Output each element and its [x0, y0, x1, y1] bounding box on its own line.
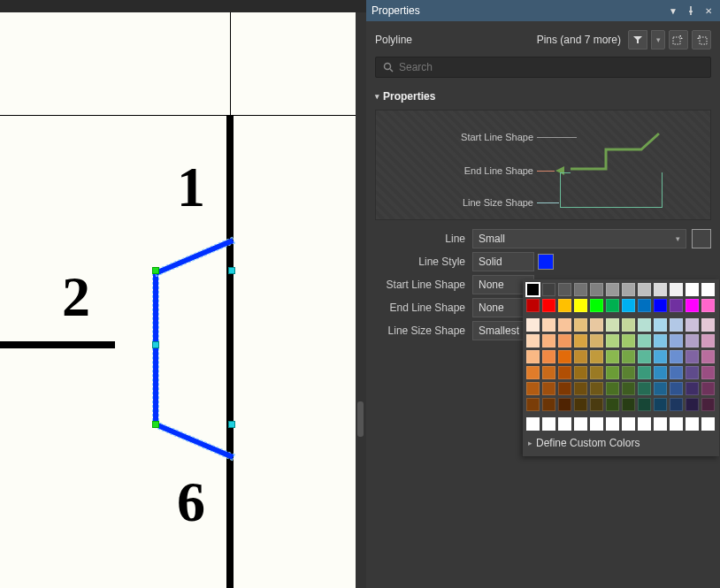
color-cell[interactable] [622, 350, 635, 363]
color-cell[interactable] [574, 334, 587, 347]
color-cell[interactable] [542, 398, 555, 411]
color-cell[interactable] [526, 299, 540, 312]
color-cell[interactable] [670, 382, 683, 395]
color-cell[interactable] [590, 417, 603, 431]
color-cell[interactable] [622, 299, 635, 312]
color-cell[interactable] [526, 283, 540, 296]
color-cell[interactable] [622, 382, 635, 395]
color-cell[interactable] [622, 398, 635, 411]
color-cell[interactable] [606, 283, 619, 296]
color-cell[interactable] [686, 283, 699, 296]
color-cell[interactable] [574, 398, 587, 411]
color-cell[interactable] [670, 398, 683, 411]
color-cell[interactable] [590, 382, 603, 395]
filter-dropdown[interactable]: ▾ [651, 30, 665, 50]
color-cell[interactable] [526, 417, 540, 431]
color-cell[interactable] [701, 366, 715, 379]
color-cell[interactable] [638, 382, 651, 395]
define-custom-colors[interactable]: ▸Define Custom Colors [526, 433, 716, 449]
color-cell[interactable] [638, 318, 651, 332]
color-cell[interactable] [590, 350, 603, 363]
color-cell[interactable] [606, 398, 619, 411]
color-cell[interactable] [590, 318, 603, 332]
color-cell[interactable] [670, 334, 683, 347]
color-cell[interactable] [638, 398, 651, 411]
color-cell[interactable] [574, 318, 587, 332]
color-cell[interactable] [590, 283, 603, 296]
canvas[interactable]: 1 2 6 [0, 0, 366, 588]
color-cell[interactable] [622, 318, 635, 332]
color-cell[interactable] [590, 398, 603, 411]
color-cell[interactable] [606, 366, 619, 379]
color-cell[interactable] [654, 417, 667, 431]
midpoint-handle[interactable] [152, 341, 159, 348]
color-cell[interactable] [701, 398, 715, 411]
color-cell[interactable] [526, 366, 540, 379]
color-cell[interactable] [558, 417, 571, 431]
color-cell[interactable] [686, 366, 699, 379]
color-cell[interactable] [558, 382, 571, 395]
search-box[interactable] [375, 57, 711, 78]
color-cell[interactable] [622, 334, 635, 347]
color-cell[interactable] [670, 350, 683, 363]
line-style-dropdown[interactable]: Solid [472, 252, 534, 271]
color-cell[interactable] [606, 417, 619, 431]
color-cell[interactable] [574, 283, 587, 296]
select-mode-button-2[interactable] [692, 30, 711, 50]
color-cell[interactable] [686, 398, 699, 411]
color-picker-popup[interactable]: ▸Define Custom Colors [523, 279, 719, 456]
color-cell[interactable] [701, 417, 715, 431]
color-cell[interactable] [574, 350, 587, 363]
color-cell[interactable] [654, 299, 667, 312]
color-cell[interactable] [638, 350, 651, 363]
color-cell[interactable] [574, 366, 587, 379]
color-cell[interactable] [638, 334, 651, 347]
color-cell[interactable] [542, 382, 555, 395]
search-input[interactable] [399, 61, 703, 73]
line-dropdown[interactable]: Small▾ [472, 229, 686, 248]
color-cell[interactable] [686, 299, 699, 312]
color-cell[interactable] [670, 318, 683, 332]
color-cell[interactable] [542, 334, 555, 347]
color-cell[interactable] [606, 318, 619, 332]
color-cell[interactable] [701, 382, 715, 395]
line-style-color-swatch[interactable] [538, 254, 554, 270]
color-cell[interactable] [701, 334, 715, 347]
color-cell[interactable] [542, 299, 555, 312]
color-cell[interactable] [558, 334, 571, 347]
color-cell[interactable] [574, 299, 587, 312]
canvas-scrollbar[interactable] [356, 12, 366, 588]
color-cell[interactable] [574, 417, 587, 431]
color-cell[interactable] [654, 318, 667, 332]
select-mode-button-1[interactable] [669, 30, 688, 50]
color-cell[interactable] [654, 366, 667, 379]
color-cell[interactable] [542, 283, 555, 296]
color-cell[interactable] [686, 318, 699, 332]
color-cell[interactable] [654, 398, 667, 411]
color-cell[interactable] [606, 350, 619, 363]
color-cell[interactable] [670, 283, 683, 296]
color-cell[interactable] [638, 366, 651, 379]
color-cell[interactable] [526, 334, 540, 347]
color-cell[interactable] [686, 350, 699, 363]
color-cell[interactable] [526, 350, 540, 363]
color-cell[interactable] [574, 382, 587, 395]
color-cell[interactable] [606, 334, 619, 347]
color-cell[interactable] [542, 318, 555, 332]
panel-titlebar[interactable]: Properties ▼ ✕ [366, 0, 720, 21]
color-cell[interactable] [526, 318, 540, 332]
color-cell[interactable] [670, 417, 683, 431]
color-cell[interactable] [622, 417, 635, 431]
color-cell[interactable] [606, 299, 619, 312]
color-cell[interactable] [638, 299, 651, 312]
color-cell[interactable] [622, 283, 635, 296]
color-cell[interactable] [638, 417, 651, 431]
color-cell[interactable] [590, 299, 603, 312]
panel-dropdown-icon[interactable]: ▼ [667, 4, 679, 17]
vertex-handle[interactable] [152, 267, 159, 274]
filter-button[interactable] [628, 30, 647, 50]
color-cell[interactable] [542, 350, 555, 363]
color-cell[interactable] [670, 299, 683, 312]
color-cell[interactable] [654, 382, 667, 395]
section-header-properties[interactable]: ▾ Properties [366, 87, 720, 106]
